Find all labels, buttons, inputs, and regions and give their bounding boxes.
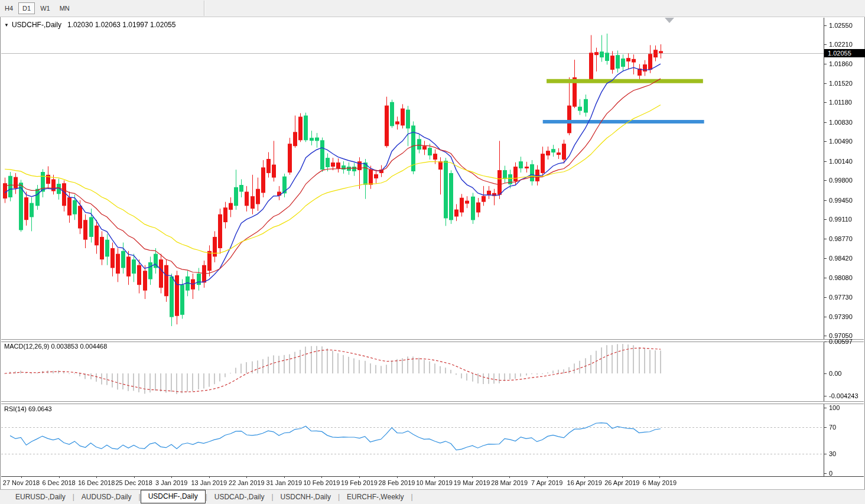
date-axis-tick [397, 476, 398, 478]
price-axis-tick [824, 122, 827, 123]
time-axis-line [1, 476, 864, 477]
price-axis-tick [824, 219, 827, 220]
chart-title: ▼USDCHF-,Daily1.02030 1.02063 1.01997 1.… [4, 21, 175, 29]
price-axis-label: 1.00490 [829, 138, 853, 145]
price-axis-label: 0.98080 [829, 274, 853, 281]
date-axis-tick [21, 476, 22, 478]
rsi-axis-label: 30 [829, 450, 836, 457]
rsi-axis-tick [824, 454, 827, 454]
date-axis-label: 7 Apr 2019 [531, 479, 562, 486]
timeframe-toolbar: H4D1W1MN [0, 0, 865, 17]
price-axis-label: 0.99450 [829, 197, 853, 204]
date-axis-tick [659, 476, 660, 478]
date-axis-tick [96, 476, 97, 478]
date-axis-tick [246, 476, 247, 478]
date-axis-tick [134, 476, 135, 478]
price-axis-tick [824, 258, 827, 259]
rsi-axis-label: 70 [829, 424, 836, 431]
chart-canvas[interactable] [0, 0, 865, 504]
price-axis-tick [824, 161, 827, 162]
rsi-axis-tick [824, 408, 827, 408]
date-axis-label: 16 Dec 2018 [78, 479, 115, 486]
date-axis-tick [209, 476, 210, 478]
timeframe-button-h4[interactable]: H4 [1, 2, 17, 14]
date-axis-label: 27 Nov 2018 [3, 479, 40, 486]
collapse-icon[interactable]: ▼ [4, 22, 9, 28]
date-axis-tick [509, 476, 510, 478]
date-axis-label: 28 Mar 2019 [491, 479, 528, 486]
date-axis-label: 26 Apr 2019 [604, 479, 639, 486]
chart-tab-eurchf[interactable]: EURCHF-,Weekly [340, 491, 411, 503]
macd-label: MACD(12,26,9) 0.003853 0.004468 [4, 343, 107, 350]
chart-tab-usdcad[interactable]: USDCAD-,Daily [207, 491, 272, 503]
macd-axis-tick [824, 396, 827, 396]
date-axis-tick [59, 476, 60, 478]
price-axis-label: 0.97390 [829, 313, 853, 320]
tab-separator: | [411, 493, 412, 501]
price-axis-label: 0.99800 [829, 177, 853, 184]
date-axis-label: 6 May 2019 [643, 479, 677, 486]
timeframe-button-w1[interactable]: W1 [36, 2, 54, 14]
price-axis-tick [824, 317, 827, 317]
date-axis-label: 25 Dec 2018 [115, 479, 152, 486]
price-axis-label: 1.01180 [829, 99, 852, 106]
date-axis-label: 31 Jan 2019 [266, 479, 303, 486]
price-axis-label: 0.98770 [829, 235, 853, 242]
date-axis-label: 19 Mar 2019 [454, 479, 490, 486]
rsi-axis-label: 100 [829, 404, 840, 411]
date-axis-tick [284, 476, 285, 478]
date-axis-tick [584, 476, 585, 478]
date-axis-label: 19 Feb 2019 [341, 479, 378, 486]
price-axis-tick [824, 141, 827, 142]
date-axis-label: 10 Feb 2019 [304, 479, 340, 486]
price-axis-label: 1.01520 [829, 80, 853, 87]
price-axis-tick [824, 336, 827, 336]
scroll-to-end-marker[interactable] [665, 18, 674, 23]
price-axis-label: 1.02210 [829, 41, 853, 48]
price-axis-tick [824, 102, 827, 103]
date-axis-label: 22 Jan 2019 [229, 479, 265, 486]
date-axis-label: 16 Apr 2019 [567, 479, 602, 486]
chart-tab-bar: EURUSD-,Daily|AUDUSD-,Daily|USDCHF-,Dail… [0, 489, 865, 504]
rsi-axis-tick [824, 473, 827, 474]
price-axis-label: 1.01860 [829, 60, 853, 67]
date-axis-tick [434, 476, 435, 478]
chart-tab-eurusd[interactable]: EURUSD-,Daily [8, 491, 73, 503]
timeframe-button-mn[interactable]: MN [56, 2, 74, 14]
price-axis-label: 0.99110 [829, 216, 852, 223]
macd-axis-label: -0.004243 [829, 392, 859, 399]
price-axis-tick [824, 297, 827, 298]
rsi-label: RSI(14) 69.0643 [4, 405, 52, 412]
rsi-pane-separator[interactable] [1, 401, 864, 404]
current-price-tag: 1.02055 [824, 49, 865, 57]
price-axis-tick [824, 83, 827, 84]
rsi-axis-label: 0 [829, 470, 833, 477]
macd-pane-separator[interactable] [1, 339, 864, 342]
price-axis-tick [824, 64, 827, 64]
macd-axis-tick [824, 342, 827, 342]
price-axis-tick [824, 278, 827, 278]
chart-tab-audusd[interactable]: AUDUSD-,Daily [74, 491, 139, 503]
macd-axis-label: 0.00 [829, 370, 841, 377]
macd-axis-label: 0.00597 [829, 338, 853, 345]
symbol-label: USDCHF-,Daily [12, 21, 61, 29]
chart-tab-usdcnh[interactable]: USDCNH-,Daily [274, 491, 338, 503]
price-axis-label: 0.98420 [829, 255, 853, 262]
date-axis-label: 6 Dec 2018 [42, 479, 75, 486]
macd-axis-tick [824, 373, 827, 374]
date-axis-label: 3 Jan 2019 [155, 479, 187, 486]
price-axis-label: 0.97730 [829, 294, 853, 301]
price-axis-tick [824, 200, 827, 201]
date-axis-tick [547, 476, 548, 478]
date-axis-tick [171, 476, 172, 478]
chart-tab-usdchf[interactable]: USDCHF-,Daily [141, 490, 206, 503]
price-axis-tick [824, 239, 827, 239]
date-axis-label: 13 Jan 2019 [191, 479, 227, 486]
timeframe-button-d1[interactable]: D1 [18, 2, 35, 14]
date-axis-tick [321, 476, 322, 478]
price-axis-label: 1.00140 [829, 158, 853, 165]
date-axis-tick [622, 476, 623, 478]
date-axis-tick [472, 476, 473, 478]
price-axis-tick [824, 44, 827, 45]
price-axis-label: 1.00830 [829, 119, 853, 126]
